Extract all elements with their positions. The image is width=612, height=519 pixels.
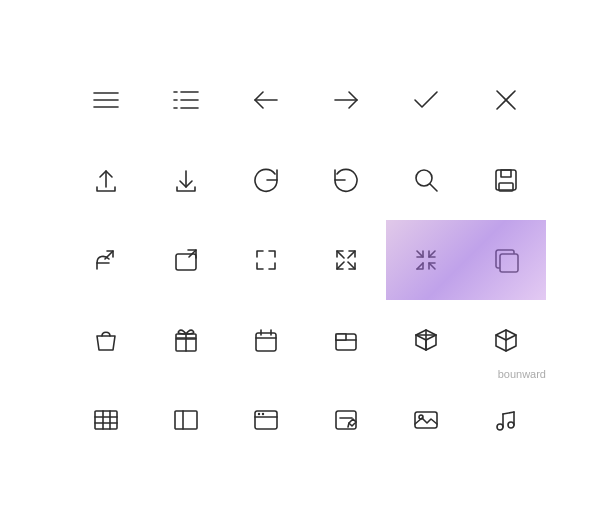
svg-line-28: [417, 263, 423, 269]
svg-line-27: [429, 251, 435, 257]
svg-point-66: [508, 422, 514, 428]
watermark-text: bounward: [498, 368, 546, 380]
svg-point-59: [262, 412, 264, 414]
svg-line-47: [496, 335, 506, 340]
svg-line-29: [429, 263, 435, 269]
checkmark-icon: [386, 60, 466, 140]
hamburger-menu-icon: [66, 60, 146, 140]
frame-icon: [226, 220, 306, 300]
upload-icon: [66, 140, 146, 220]
svg-point-58: [258, 412, 260, 414]
svg-line-22: [337, 251, 344, 258]
gift-icon: [146, 300, 226, 380]
share-icon: [66, 220, 146, 300]
svg-rect-20: [176, 254, 196, 270]
table-icon: [66, 380, 146, 460]
list-icon: [146, 60, 226, 140]
external-link-icon: [146, 220, 226, 300]
window-icon: [226, 380, 306, 460]
svg-rect-31: [500, 254, 518, 272]
calendar-icon: [226, 300, 306, 380]
download-icon: [146, 140, 226, 220]
svg-rect-35: [256, 333, 276, 351]
svg-rect-63: [415, 412, 437, 428]
browser-tab-icon: [306, 300, 386, 380]
svg-line-16: [430, 184, 437, 191]
svg-line-23: [348, 251, 355, 258]
layers-icon: [466, 220, 546, 300]
svg-line-62: [348, 423, 349, 427]
close-icon: [466, 60, 546, 140]
expand-icon: [306, 220, 386, 300]
icon-grid: bounward: [66, 60, 546, 460]
compress-icon: [386, 220, 466, 300]
save-icon: [466, 140, 546, 220]
arrow-right-icon: [306, 60, 386, 140]
search-icon: [386, 140, 466, 220]
svg-point-65: [497, 424, 503, 430]
svg-line-24: [337, 262, 344, 269]
refresh-cw-icon: [226, 140, 306, 220]
svg-rect-49: [95, 411, 117, 429]
edit-icon: [306, 380, 386, 460]
svg-line-25: [348, 262, 355, 269]
refresh-ccw-icon: [306, 140, 386, 220]
box-3d-icon: [386, 300, 466, 380]
music-icon: [466, 380, 546, 460]
arrow-left-icon: [226, 60, 306, 140]
shopping-bag-icon: [66, 300, 146, 380]
svg-rect-18: [501, 170, 511, 177]
sidebar-layout-icon: [146, 380, 226, 460]
svg-line-26: [417, 251, 423, 257]
image-icon: [386, 380, 466, 460]
svg-line-69: [503, 412, 514, 414]
svg-rect-54: [175, 411, 197, 429]
svg-line-48: [506, 335, 516, 340]
